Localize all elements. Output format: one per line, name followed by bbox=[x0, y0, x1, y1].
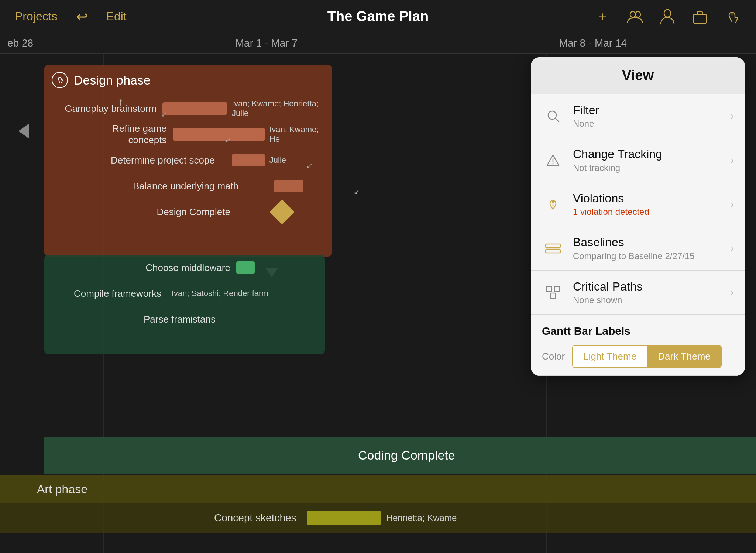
task-resource-compile: Ivan; Satoshi; Render farm bbox=[172, 289, 268, 298]
view-item-filter[interactable]: Filter None › bbox=[531, 94, 745, 138]
date-col-3: Mar 8 - Mar 14 bbox=[430, 33, 756, 53]
arrow-dep-1: ↙ bbox=[161, 110, 167, 118]
svg-point-1 bbox=[635, 11, 640, 17]
svg-rect-11 bbox=[546, 244, 560, 248]
gantt-bar-labels-title: Gantt Bar Labels bbox=[542, 325, 734, 337]
svg-point-8 bbox=[553, 163, 554, 164]
arrow-dep-3: ↙ bbox=[306, 161, 313, 170]
light-theme-button[interactable]: Light Theme bbox=[573, 346, 647, 367]
task-row-refine: Refine game concepts ↙ Ivan; Kwame; He bbox=[81, 121, 325, 147]
dark-theme-button[interactable]: Dark Theme bbox=[647, 346, 721, 367]
task-bar-refine[interactable] bbox=[173, 128, 265, 141]
view-panel-title: View bbox=[622, 68, 654, 83]
violations-content: Violations 1 violation detected bbox=[573, 191, 725, 217]
concept-sketches-label: Concept sketches bbox=[214, 512, 296, 524]
svg-line-6 bbox=[555, 118, 559, 122]
view-item-violations[interactable]: Violations 1 violation detected › bbox=[531, 182, 745, 226]
baselines-icon bbox=[542, 237, 564, 259]
coding-complete-label: Coding Complete bbox=[358, 448, 455, 463]
svg-point-2 bbox=[664, 10, 671, 17]
change-tracking-chevron: › bbox=[731, 154, 734, 166]
arrow-dep-4: ↙ bbox=[354, 187, 360, 196]
task-row-middleware: Choose middleware bbox=[44, 255, 325, 281]
task-label-scope: Determine project scope bbox=[111, 155, 221, 166]
coding-section-group: Choose middleware Compile frameworks Iva… bbox=[44, 255, 325, 354]
critical-paths-chevron: › bbox=[731, 286, 734, 298]
briefcase-icon bbox=[692, 9, 708, 24]
people-button[interactable] bbox=[626, 8, 644, 25]
art-phase-label: Art phase bbox=[37, 482, 87, 496]
task-row-parse: Parse framistans bbox=[44, 306, 325, 332]
plus-icon: ＋ bbox=[596, 7, 609, 25]
filter-sub: None bbox=[573, 118, 725, 129]
change-tracking-sub: Not tracking bbox=[573, 163, 725, 173]
svg-point-9 bbox=[552, 201, 554, 203]
view-item-critical-paths[interactable]: Critical Paths None shown › bbox=[531, 271, 745, 315]
briefcase-button[interactable] bbox=[691, 8, 709, 25]
edit-button[interactable]: Edit bbox=[106, 10, 127, 23]
collapse-design-button[interactable] bbox=[18, 124, 29, 138]
top-bar: Projects ↩ Edit The Game Plan ＋ bbox=[0, 0, 756, 33]
date-header: eb 28 Mar 1 - Mar 7 Mar 8 - Mar 14 bbox=[0, 33, 756, 54]
task-bar-scope[interactable] bbox=[232, 154, 265, 166]
task-row-compile: Compile frameworks Ivan; Satoshi; Render… bbox=[44, 281, 325, 306]
task-row-design-complete: Design Complete bbox=[148, 199, 325, 225]
page-title: The Game Plan bbox=[327, 8, 429, 24]
task-bar-middleware[interactable] bbox=[236, 261, 255, 274]
task-label-refine: Refine game concepts bbox=[81, 123, 173, 146]
design-phase-group: Design phase ↑ Gameplay brainstorm ↙ Iva… bbox=[44, 65, 332, 257]
top-bar-left: Projects ↩ Edit bbox=[15, 8, 594, 25]
view-panel-header: View bbox=[531, 57, 745, 94]
task-label-design-complete: Design Complete bbox=[148, 206, 236, 218]
milestone-design-complete bbox=[269, 199, 295, 224]
arrow-dep-2: ↙ bbox=[225, 135, 231, 144]
design-phase-icon bbox=[52, 72, 68, 88]
concept-sketches-resource: Henrietta; Kwame bbox=[386, 513, 457, 523]
view-panel: View Filter None › bbox=[531, 57, 745, 376]
date-col-1: eb 28 bbox=[0, 33, 103, 53]
baselines-label: Baselines bbox=[573, 235, 725, 249]
back-button[interactable]: ↩ bbox=[76, 8, 88, 25]
critical-paths-content: Critical Paths None shown bbox=[573, 279, 725, 305]
people-icon bbox=[627, 8, 643, 25]
color-label: Color bbox=[542, 351, 565, 362]
task-label-middleware: Choose middleware bbox=[118, 262, 236, 274]
svg-rect-15 bbox=[550, 293, 556, 298]
svg-rect-12 bbox=[546, 249, 560, 253]
hand-mode-icon bbox=[725, 8, 740, 25]
change-tracking-content: Change Tracking Not tracking bbox=[573, 147, 725, 173]
change-tracking-label: Change Tracking bbox=[573, 147, 725, 161]
view-item-change-tracking[interactable]: Change Tracking Not tracking › bbox=[531, 138, 745, 182]
view-item-baselines[interactable]: Baselines Comparing to Baseline 2/27/15 … bbox=[531, 226, 745, 270]
person-icon bbox=[660, 8, 675, 25]
concept-sketches-row: Concept sketches Henrietta; Kwame bbox=[0, 503, 756, 533]
filter-icon bbox=[542, 105, 564, 127]
top-bar-right: ＋ bbox=[594, 8, 741, 25]
filter-chevron: › bbox=[731, 110, 734, 122]
date-col-2: Mar 1 - Mar 7 bbox=[103, 33, 430, 53]
gantt-bar-labels-controls: Color Light Theme Dark Theme bbox=[542, 345, 734, 368]
concept-sketches-bar[interactable] bbox=[307, 511, 381, 525]
task-resource-gameplay: Ivan; Kwame; Henrietta; Julie bbox=[232, 99, 325, 118]
svg-rect-3 bbox=[693, 14, 707, 23]
baselines-content: Baselines Comparing to Baseline 2/27/15 bbox=[573, 235, 725, 261]
task-bar-gameplay[interactable] bbox=[162, 102, 227, 115]
task-bar-balance[interactable] bbox=[274, 180, 303, 192]
theme-selector: Light Theme Dark Theme bbox=[572, 345, 722, 368]
hand-mode-button[interactable] bbox=[724, 8, 741, 25]
svg-rect-14 bbox=[554, 286, 560, 292]
add-button[interactable]: ＋ bbox=[594, 8, 611, 25]
violations-icon bbox=[542, 193, 564, 215]
design-phase-title: Design phase bbox=[74, 73, 151, 87]
critical-paths-label: Critical Paths bbox=[573, 279, 725, 293]
violations-sub: 1 violation detected bbox=[573, 207, 725, 217]
violations-label: Violations bbox=[573, 191, 725, 205]
projects-button[interactable]: Projects bbox=[15, 10, 58, 23]
person-button[interactable] bbox=[659, 8, 676, 25]
task-label-parse: Parse framistans bbox=[111, 314, 221, 325]
filter-content: Filter None bbox=[573, 103, 725, 129]
design-phase-header: Design phase bbox=[52, 72, 325, 88]
baselines-sub: Comparing to Baseline 2/27/15 bbox=[573, 251, 725, 261]
art-phase-row: Art phase bbox=[0, 475, 756, 503]
svg-rect-13 bbox=[546, 286, 551, 292]
